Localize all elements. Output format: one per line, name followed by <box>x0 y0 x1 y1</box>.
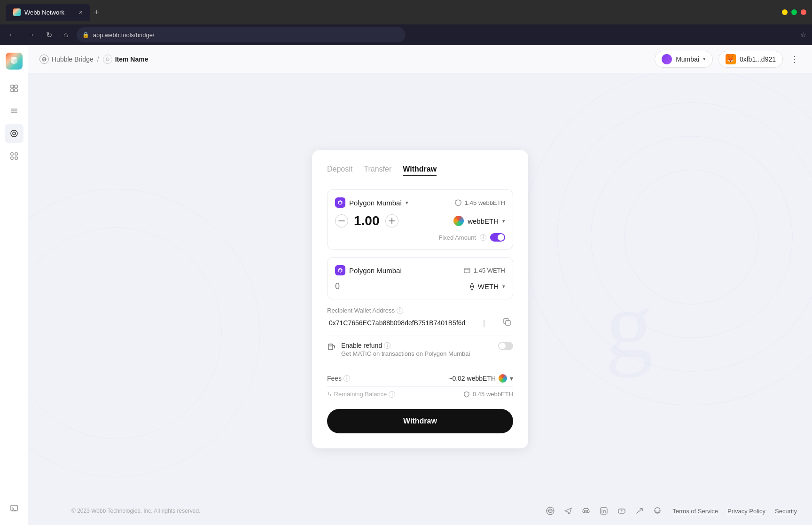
svg-point-25 <box>106 58 109 61</box>
fixed-amount-info-icon[interactable]: i <box>480 234 486 241</box>
recipient-info-icon[interactable]: i <box>397 307 403 314</box>
social-icons <box>545 505 663 517</box>
destination-token-selector[interactable]: ⟠ WETH ▾ <box>470 281 505 291</box>
fees-token-icon <box>499 374 507 383</box>
fees-info-icon[interactable]: i <box>344 375 350 382</box>
source-balance-value: 1.45 webbETH <box>465 199 505 206</box>
tab-withdraw[interactable]: Withdraw <box>403 165 437 176</box>
address-actions: ☆ <box>800 31 806 39</box>
svg-rect-0 <box>11 85 14 88</box>
svg-point-38 <box>585 510 586 512</box>
more-menu-button[interactable]: ⋮ <box>789 52 801 66</box>
address-display: 0x71C7656EC7ab88b098defB751B7401B5f6d | <box>327 318 513 328</box>
svg-rect-29 <box>464 268 470 273</box>
copy-address-button[interactable] <box>503 318 511 328</box>
maximize-button[interactable] <box>791 9 797 15</box>
address-bar[interactable]: 🔒 app.webb.tools/bridge/ <box>77 27 406 42</box>
fees-expand-button[interactable]: ▾ <box>510 375 513 382</box>
tab-title: Webb Network <box>24 9 64 16</box>
linkedin-icon[interactable] <box>598 505 609 517</box>
twitter-icon[interactable] <box>634 505 645 517</box>
new-tab-button[interactable]: + <box>92 6 101 19</box>
network-icon <box>662 54 672 64</box>
sidebar-logo[interactable] <box>6 53 23 70</box>
source-chain-selector[interactable]: Polygon Mumbai ▾ <box>335 197 408 208</box>
footer: © 2023 Webb Technologies, Inc. All right… <box>56 497 812 525</box>
card-area: Deposit Transfer Withdraw <box>28 73 812 525</box>
refund-info-icon[interactable]: i <box>384 342 390 349</box>
back-button[interactable]: ← <box>6 29 19 41</box>
discord-icon[interactable] <box>580 505 592 517</box>
sidebar-item-list[interactable] <box>5 102 23 120</box>
source-balance-display: 1.45 webbETH <box>454 199 505 206</box>
header-actions: Mumbai ▾ 🦊 0xfb1...d921 ⋮ <box>655 51 801 68</box>
source-section-header: Polygon Mumbai ▾ 1.45 webbETH <box>335 197 505 208</box>
copyright-text: © 2023 Webb Technologies, Inc. All right… <box>71 508 201 514</box>
svg-rect-3 <box>15 89 17 92</box>
sidebar-item-apps[interactable] <box>5 147 23 165</box>
amount-value: 1.00 <box>354 213 380 228</box>
remaining-balance-amount: 0.45 webbETH <box>473 391 513 398</box>
decrease-amount-button[interactable] <box>335 214 348 227</box>
wallet-button[interactable]: 🦊 0xfb1...d921 <box>718 51 783 68</box>
active-tab[interactable]: Webb Network × <box>6 4 90 21</box>
sidebar-item-circle[interactable] <box>5 124 23 143</box>
star-icon[interactable]: ☆ <box>800 31 806 39</box>
sidebar-item-terminal[interactable] <box>5 499 23 517</box>
fixed-amount-label: Fixed Amount <box>439 234 476 241</box>
recipient-label-text: Recipient Wallet Address <box>327 307 395 314</box>
network-label: Mumbai <box>676 55 699 63</box>
source-chain-name: Polygon Mumbai <box>349 199 402 207</box>
home-button[interactable]: ⌂ <box>61 29 71 41</box>
breadcrumb-current-item: Item Name <box>103 55 148 64</box>
svg-rect-32 <box>328 344 333 350</box>
svg-point-42 <box>601 509 602 510</box>
refund-section: Enable refund i Get MATIC on transaction… <box>327 336 513 363</box>
svg-line-37 <box>568 512 569 514</box>
recipient-address-text: 0x71C7656EC7ab88b098defB751B7401B5f6d <box>329 319 465 327</box>
tab-transfer[interactable]: Transfer <box>364 165 391 176</box>
svg-point-30 <box>468 271 469 272</box>
terms-of-service-link[interactable]: Terms of Service <box>672 508 718 515</box>
destination-amount-row: ⟠ WETH ▾ <box>335 281 505 291</box>
refund-info: Enable refund i Get MATIC on transaction… <box>341 342 493 357</box>
sidebar-item-grid[interactable] <box>5 79 23 98</box>
tab-close-btn[interactable]: × <box>79 8 83 16</box>
withdraw-button[interactable]: Withdraw <box>327 409 513 433</box>
privacy-policy-link[interactable]: Privacy Policy <box>727 508 765 515</box>
fixed-amount-row: Fixed Amount i <box>335 233 505 242</box>
security-link[interactable]: Security <box>775 508 797 515</box>
webb-social-icon[interactable] <box>545 505 556 517</box>
polygon-chain-icon <box>335 197 345 208</box>
refresh-button[interactable]: ↻ <box>43 29 55 41</box>
destination-chain-selector[interactable]: Polygon Mumbai <box>335 265 402 275</box>
footer-links: Terms of Service Privacy Policy Security <box>672 508 797 515</box>
remaining-balance-info-icon[interactable]: i <box>389 391 395 398</box>
svg-rect-12 <box>15 157 17 159</box>
network-selector-button[interactable]: Mumbai ▾ <box>655 51 713 68</box>
youtube-icon[interactable] <box>616 505 627 517</box>
refund-toggle[interactable] <box>498 342 513 350</box>
telegram-icon[interactable] <box>562 505 574 517</box>
fixed-amount-toggle[interactable] <box>490 233 505 242</box>
breadcrumb-parent-item[interactable]: Hubble Bridge <box>39 55 94 64</box>
hubble-bridge-icon <box>39 55 49 64</box>
sidebar <box>0 45 28 525</box>
card-tabs: Deposit Transfer Withdraw <box>327 165 513 176</box>
forward-button[interactable]: → <box>24 29 38 41</box>
destination-balance-value: 1.45 WETH <box>474 267 505 274</box>
tab-deposit[interactable]: Deposit <box>327 165 352 176</box>
source-section: Polygon Mumbai ▾ 1.45 webbETH <box>327 189 513 250</box>
github-icon[interactable] <box>652 505 663 517</box>
destination-amount-input[interactable] <box>335 282 382 291</box>
amount-controls: 1.00 <box>335 213 398 228</box>
refund-title: Enable refund i <box>341 342 493 349</box>
source-token-selector[interactable]: webbETH ▾ <box>453 216 505 226</box>
svg-rect-31 <box>506 321 510 325</box>
remaining-shield-icon <box>463 391 470 398</box>
eth-token-icon: ⟠ <box>470 281 474 291</box>
increase-amount-button[interactable] <box>385 214 398 227</box>
minimize-button[interactable] <box>782 9 788 15</box>
svg-rect-10 <box>15 153 17 155</box>
close-button[interactable] <box>801 9 806 15</box>
